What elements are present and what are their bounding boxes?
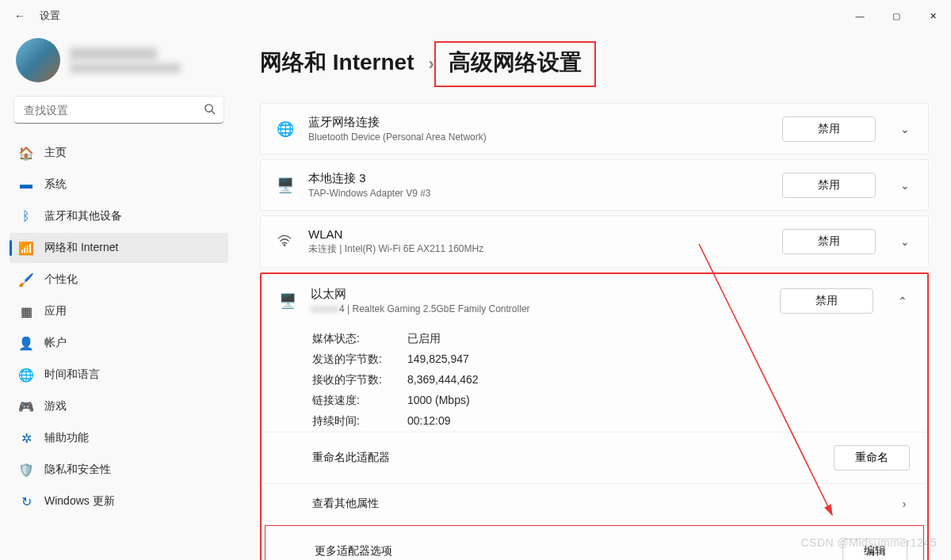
nav-label: 时间和语言 [44,368,100,382]
nav-label: 个性化 [44,272,78,287]
nav-label: 游戏 [44,399,67,413]
adapter-title: WLAN [308,227,768,241]
rename-button[interactable]: 重命名 [834,445,910,470]
more-options-label: 更多适配器选项 [315,544,392,558]
bluetooth-adapter-icon: 🌐 [277,120,294,138]
nav-accounts[interactable]: 👤帐户 [10,328,228,358]
detail-label: 持续时间: [312,414,407,429]
app-title: 设置 [40,9,60,23]
nav-list: 🏠主页 ▬系统 ᛒ蓝牙和其他设备 📶网络和 Internet 🖌️个性化 ▦应用… [10,138,228,516]
adapter-title: 本地连接 3 [308,171,768,186]
nav-label: 辅助功能 [44,431,89,445]
svg-line-1 [212,111,215,114]
adapter-title: 蓝牙网络连接 [308,115,768,130]
adapter-sub: 未连接 | Intel(R) Wi-Fi 6E AX211 160MHz [308,242,768,256]
watermark: CSDN @Midsummer1245 [800,536,937,549]
breadcrumb-current: 高级网络设置 [434,41,596,87]
chevron-down-icon[interactable]: ⌄ [898,235,912,248]
profile-email [70,63,181,73]
nav-gaming[interactable]: 🎮游戏 [10,391,228,421]
close-button[interactable]: ✕ [915,3,951,29]
nav-apps[interactable]: ▦应用 [10,296,228,326]
nav-bluetooth[interactable]: ᛒ蓝牙和其他设备 [10,201,228,231]
adapter-sub: xxxxxx4 | Realtek Gaming 2.5GbE Family C… [311,303,766,314]
search-input[interactable] [14,97,223,124]
back-button[interactable]: ← [14,10,25,22]
detail-value: 00:12:09 [407,414,451,429]
adapter-card-wlan: WLAN 未连接 | Intel(R) Wi-Fi 6E AX211 160MH… [260,215,929,268]
other-properties-label: 查看其他属性 [312,497,379,511]
detail-label: 接收的字节数: [312,373,407,387]
detail-value: 8,369,444,462 [407,373,479,387]
nav-label: 蓝牙和其他设备 [44,209,122,223]
gamepad-icon: 🎮 [19,399,33,413]
maximize-button[interactable]: ▢ [878,3,915,29]
nav-label: 应用 [44,304,67,318]
rename-label: 重命名此适配器 [312,451,390,465]
disable-button[interactable]: 禁用 [782,229,876,254]
breadcrumb: 网络和 Internet › 高级网络设置 [260,41,929,87]
nav-home[interactable]: 🏠主页 [10,138,228,168]
chevron-up-icon[interactable]: ⌃ [896,295,910,307]
profile-name [70,48,157,60]
breadcrumb-parent[interactable]: 网络和 Internet [260,48,414,78]
globe-icon: 🌐 [19,368,33,382]
disable-button[interactable]: 禁用 [782,173,876,198]
nav-time-language[interactable]: 🌐时间和语言 [10,360,228,390]
nav-accessibility[interactable]: ✲辅助功能 [10,423,228,453]
nav-privacy[interactable]: 🛡️隐私和安全性 [10,455,228,485]
apps-icon: ▦ [19,304,33,318]
accessibility-icon: ✲ [19,431,33,445]
update-icon: ↻ [19,494,33,509]
bluetooth-icon: ᛒ [19,209,33,223]
detail-value: 149,825,947 [407,352,469,367]
disable-button[interactable]: 禁用 [780,288,873,314]
adapter-card-ethernet: 🖥️ 以太网 xxxxxx4 | Realtek Gaming 2.5GbE F… [263,276,926,560]
ethernet-details: 媒体状态:已启用 发送的字节数:149,825,947 接收的字节数:8,369… [263,326,926,432]
ethernet-adapter-icon: 🖥️ [277,177,294,194]
nav-label: Windows 更新 [44,494,115,509]
search-box[interactable] [14,97,223,124]
avatar [16,38,60,82]
profile-section[interactable] [10,35,228,97]
nav-network[interactable]: 📶网络和 Internet [10,233,228,263]
nav-label: 系统 [44,177,67,192]
detail-label: 媒体状态: [312,332,407,346]
disable-button[interactable]: 禁用 [782,116,876,142]
svg-point-2 [284,244,285,246]
detail-label: 链接速度: [312,394,407,408]
window-controls: ― ▢ ✕ [842,3,951,29]
nav-label: 帐户 [44,336,67,350]
wifi-adapter-icon [277,234,294,250]
svg-point-0 [205,105,212,112]
nav-personalization[interactable]: 🖌️个性化 [10,265,228,295]
search-icon [204,103,216,117]
ethernet-adapter-icon: 🖥️ [279,292,296,310]
minimize-button[interactable]: ― [842,3,878,29]
chevron-right-icon: › [428,54,433,74]
adapter-sub: TAP-Windows Adapter V9 #3 [308,188,768,199]
nav-label: 主页 [44,146,67,160]
rename-row: 重命名此适配器 重命名 [263,432,926,483]
detail-label: 发送的字节数: [312,352,407,367]
nav-windows-update[interactable]: ↻Windows 更新 [10,486,228,516]
main-content: 网络和 Internet › 高级网络设置 🌐 蓝牙网络连接 Bluetooth… [238,32,951,560]
nav-system[interactable]: ▬系统 [10,170,228,200]
highlighted-section: 🖥️ 以太网 xxxxxx4 | Realtek Gaming 2.5GbE F… [260,272,929,560]
nav-label: 网络和 Internet [44,241,118,255]
other-properties-row[interactable]: 查看其他属性 › [263,483,926,524]
adapter-card-local3: 🖥️ 本地连接 3 TAP-Windows Adapter V9 #3 禁用 ⌄ [260,159,929,211]
person-icon: 👤 [19,336,33,350]
chevron-down-icon[interactable]: ⌄ [898,179,912,192]
detail-value: 1000 (Mbps) [407,394,470,408]
adapter-card-bluetooth: 🌐 蓝牙网络连接 Bluetooth Device (Personal Area… [260,103,929,154]
adapter-title: 以太网 [311,287,766,302]
chevron-down-icon[interactable]: ⌄ [898,123,912,135]
brush-icon: 🖌️ [19,272,33,287]
home-icon: 🏠 [19,146,33,160]
shield-icon: 🛡️ [19,463,33,477]
sidebar: 🏠主页 ▬系统 ᛒ蓝牙和其他设备 📶网络和 Internet 🖌️个性化 ▦应用… [0,32,238,560]
titlebar: ← 设置 ― ▢ ✕ [0,0,951,32]
system-icon: ▬ [19,177,33,192]
detail-value: 已启用 [407,332,441,346]
